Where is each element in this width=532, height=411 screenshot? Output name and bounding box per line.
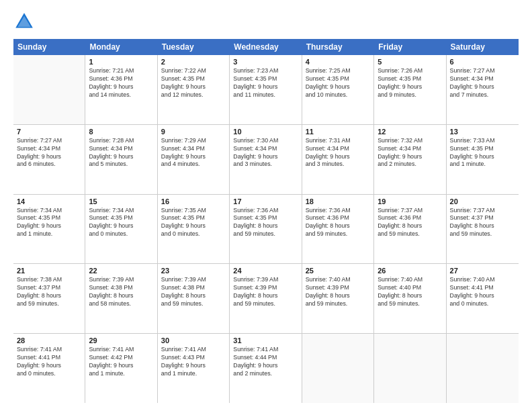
calendar-cell [374, 334, 446, 403]
calendar-cell: 5Sunrise: 7:26 AM Sunset: 4:35 PM Daylig… [374, 55, 446, 124]
day-number: 14 [17, 197, 81, 205]
weekday-header: Tuesday [158, 39, 230, 55]
calendar-cell: 31Sunrise: 7:41 AM Sunset: 4:44 PM Dayli… [230, 334, 302, 403]
day-number: 17 [233, 197, 298, 205]
cell-info: Sunrise: 7:26 AM Sunset: 4:35 PM Dayligh… [378, 67, 442, 99]
day-number: 13 [450, 128, 515, 136]
cell-info: Sunrise: 7:35 AM Sunset: 4:35 PM Dayligh… [161, 207, 226, 239]
day-number: 24 [233, 267, 298, 275]
calendar-cell: 22Sunrise: 7:39 AM Sunset: 4:38 PM Dayli… [85, 264, 157, 333]
day-number: 21 [17, 267, 81, 275]
day-number: 11 [306, 128, 370, 136]
day-number: 22 [89, 267, 153, 275]
day-number: 29 [89, 336, 153, 345]
day-number: 15 [89, 197, 153, 205]
calendar-cell [302, 334, 374, 403]
day-number: 3 [233, 58, 298, 66]
weekday-header: Monday [85, 39, 157, 55]
calendar-cell: 20Sunrise: 7:37 AM Sunset: 4:37 PM Dayli… [447, 195, 519, 264]
calendar-cell: 11Sunrise: 7:31 AM Sunset: 4:34 PM Dayli… [302, 125, 374, 194]
weekday-header: Wednesday [230, 39, 302, 55]
cell-info: Sunrise: 7:41 AM Sunset: 4:43 PM Dayligh… [161, 346, 226, 378]
cell-info: Sunrise: 7:34 AM Sunset: 4:35 PM Dayligh… [17, 207, 81, 239]
day-number: 18 [306, 197, 370, 205]
calendar-cell: 4Sunrise: 7:25 AM Sunset: 4:35 PM Daylig… [302, 55, 374, 124]
cell-info: Sunrise: 7:41 AM Sunset: 4:42 PM Dayligh… [89, 346, 153, 378]
calendar-cell: 13Sunrise: 7:33 AM Sunset: 4:35 PM Dayli… [447, 125, 519, 194]
cell-info: Sunrise: 7:29 AM Sunset: 4:34 PM Dayligh… [161, 137, 226, 169]
day-number: 12 [378, 128, 442, 136]
calendar-row: 21Sunrise: 7:38 AM Sunset: 4:37 PM Dayli… [13, 264, 519, 334]
calendar-cell: 30Sunrise: 7:41 AM Sunset: 4:43 PM Dayli… [158, 334, 230, 403]
cell-info: Sunrise: 7:25 AM Sunset: 4:35 PM Dayligh… [306, 67, 370, 99]
calendar-cell: 29Sunrise: 7:41 AM Sunset: 4:42 PM Dayli… [85, 334, 157, 403]
cell-info: Sunrise: 7:37 AM Sunset: 4:37 PM Dayligh… [450, 207, 515, 239]
cell-info: Sunrise: 7:23 AM Sunset: 4:35 PM Dayligh… [233, 67, 298, 99]
calendar: SundayMondayTuesdayWednesdayThursdayFrid… [13, 39, 519, 403]
calendar-cell: 16Sunrise: 7:35 AM Sunset: 4:35 PM Dayli… [158, 195, 230, 264]
page: SundayMondayTuesdayWednesdayThursdayFrid… [0, 0, 532, 411]
calendar-cell: 10Sunrise: 7:30 AM Sunset: 4:34 PM Dayli… [230, 125, 302, 194]
day-number: 25 [306, 267, 370, 275]
calendar-header: SundayMondayTuesdayWednesdayThursdayFrid… [13, 39, 519, 55]
cell-info: Sunrise: 7:41 AM Sunset: 4:44 PM Dayligh… [233, 346, 298, 378]
calendar-row: 7Sunrise: 7:27 AM Sunset: 4:34 PM Daylig… [13, 125, 519, 195]
logo [13, 11, 38, 32]
calendar-cell: 19Sunrise: 7:37 AM Sunset: 4:36 PM Dayli… [374, 195, 446, 264]
weekday-header: Saturday [447, 39, 519, 55]
header [13, 11, 519, 32]
calendar-row: 1Sunrise: 7:21 AM Sunset: 4:36 PM Daylig… [13, 55, 519, 125]
cell-info: Sunrise: 7:34 AM Sunset: 4:35 PM Dayligh… [89, 207, 153, 239]
cell-info: Sunrise: 7:27 AM Sunset: 4:34 PM Dayligh… [17, 137, 81, 169]
cell-info: Sunrise: 7:36 AM Sunset: 4:36 PM Dayligh… [306, 207, 370, 239]
calendar-cell: 2Sunrise: 7:22 AM Sunset: 4:35 PM Daylig… [158, 55, 230, 124]
weekday-header: Friday [374, 39, 446, 55]
calendar-cell: 7Sunrise: 7:27 AM Sunset: 4:34 PM Daylig… [13, 125, 85, 194]
day-number: 16 [161, 197, 226, 205]
day-number: 23 [161, 267, 226, 275]
day-number: 5 [378, 58, 442, 66]
calendar-cell: 27Sunrise: 7:40 AM Sunset: 4:41 PM Dayli… [447, 264, 519, 333]
cell-info: Sunrise: 7:38 AM Sunset: 4:37 PM Dayligh… [17, 276, 81, 308]
day-number: 19 [378, 197, 442, 205]
cell-info: Sunrise: 7:39 AM Sunset: 4:38 PM Dayligh… [89, 276, 153, 308]
calendar-cell: 15Sunrise: 7:34 AM Sunset: 4:35 PM Dayli… [85, 195, 157, 264]
day-number: 28 [17, 336, 81, 345]
cell-info: Sunrise: 7:28 AM Sunset: 4:34 PM Dayligh… [89, 137, 153, 169]
calendar-body: 1Sunrise: 7:21 AM Sunset: 4:36 PM Daylig… [13, 55, 519, 403]
calendar-row: 14Sunrise: 7:34 AM Sunset: 4:35 PM Dayli… [13, 195, 519, 265]
cell-info: Sunrise: 7:31 AM Sunset: 4:34 PM Dayligh… [306, 137, 370, 169]
calendar-cell: 6Sunrise: 7:27 AM Sunset: 4:34 PM Daylig… [447, 55, 519, 124]
calendar-cell: 1Sunrise: 7:21 AM Sunset: 4:36 PM Daylig… [85, 55, 157, 124]
cell-info: Sunrise: 7:21 AM Sunset: 4:36 PM Dayligh… [89, 67, 153, 99]
calendar-cell: 25Sunrise: 7:40 AM Sunset: 4:39 PM Dayli… [302, 264, 374, 333]
weekday-header: Thursday [302, 39, 374, 55]
calendar-cell [13, 55, 85, 124]
day-number: 4 [306, 58, 370, 66]
cell-info: Sunrise: 7:30 AM Sunset: 4:34 PM Dayligh… [233, 137, 298, 169]
calendar-cell: 8Sunrise: 7:28 AM Sunset: 4:34 PM Daylig… [85, 125, 157, 194]
logo-icon [13, 11, 35, 32]
cell-info: Sunrise: 7:22 AM Sunset: 4:35 PM Dayligh… [161, 67, 226, 99]
cell-info: Sunrise: 7:32 AM Sunset: 4:34 PM Dayligh… [378, 137, 442, 169]
calendar-cell: 17Sunrise: 7:36 AM Sunset: 4:35 PM Dayli… [230, 195, 302, 264]
cell-info: Sunrise: 7:40 AM Sunset: 4:40 PM Dayligh… [378, 276, 442, 308]
calendar-row: 28Sunrise: 7:41 AM Sunset: 4:41 PM Dayli… [13, 334, 519, 403]
calendar-cell: 9Sunrise: 7:29 AM Sunset: 4:34 PM Daylig… [158, 125, 230, 194]
calendar-cell: 24Sunrise: 7:39 AM Sunset: 4:39 PM Dayli… [230, 264, 302, 333]
cell-info: Sunrise: 7:40 AM Sunset: 4:41 PM Dayligh… [450, 276, 515, 308]
day-number: 8 [89, 128, 153, 136]
calendar-cell: 14Sunrise: 7:34 AM Sunset: 4:35 PM Dayli… [13, 195, 85, 264]
day-number: 6 [450, 58, 515, 66]
day-number: 26 [378, 267, 442, 275]
cell-info: Sunrise: 7:36 AM Sunset: 4:35 PM Dayligh… [233, 207, 298, 239]
cell-info: Sunrise: 7:40 AM Sunset: 4:39 PM Dayligh… [306, 276, 370, 308]
cell-info: Sunrise: 7:39 AM Sunset: 4:38 PM Dayligh… [161, 276, 226, 308]
day-number: 27 [450, 267, 515, 275]
weekday-header: Sunday [13, 39, 85, 55]
cell-info: Sunrise: 7:41 AM Sunset: 4:41 PM Dayligh… [17, 346, 81, 378]
cell-info: Sunrise: 7:27 AM Sunset: 4:34 PM Dayligh… [450, 67, 515, 99]
calendar-cell: 3Sunrise: 7:23 AM Sunset: 4:35 PM Daylig… [230, 55, 302, 124]
calendar-cell: 21Sunrise: 7:38 AM Sunset: 4:37 PM Dayli… [13, 264, 85, 333]
day-number: 2 [161, 58, 226, 66]
